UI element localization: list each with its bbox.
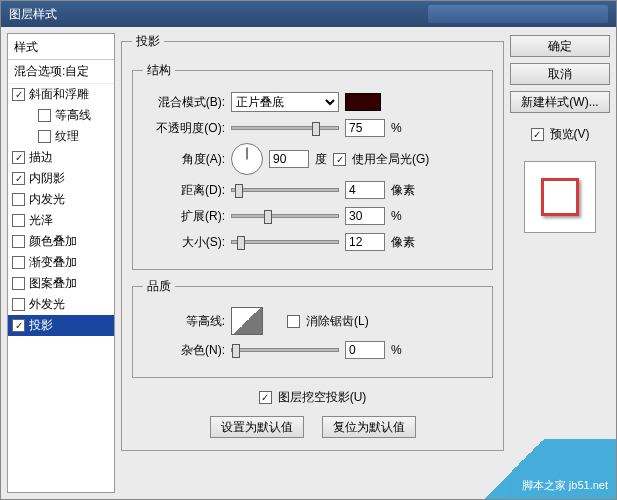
style-checkbox[interactable]: [12, 235, 25, 248]
window-title: 图层样式: [9, 6, 57, 23]
angle-unit: 度: [315, 151, 327, 168]
antialias-label: 消除锯齿(L): [306, 313, 369, 330]
quality-title: 品质: [143, 278, 175, 295]
style-label: 内阴影: [29, 170, 65, 187]
drop-shadow-group: 投影 结构 混合模式(B): 正片叠底 不透明度(O): %: [121, 33, 504, 451]
style-item[interactable]: ✓斜面和浮雕: [8, 84, 114, 105]
structure-group: 结构 混合模式(B): 正片叠底 不透明度(O): %: [132, 62, 493, 270]
style-item[interactable]: 渐变叠加: [8, 252, 114, 273]
style-item[interactable]: 图案叠加: [8, 273, 114, 294]
spread-slider[interactable]: [231, 214, 339, 218]
pixel-unit: 像素: [391, 182, 417, 199]
style-item[interactable]: 纹理: [8, 126, 114, 147]
knockout-checkbox[interactable]: ✓: [259, 391, 272, 404]
style-item[interactable]: 光泽: [8, 210, 114, 231]
distance-input[interactable]: [345, 181, 385, 199]
structure-title: 结构: [143, 62, 175, 79]
new-style-button[interactable]: 新建样式(W)...: [510, 91, 610, 113]
noise-input[interactable]: [345, 341, 385, 359]
style-checkbox[interactable]: [12, 277, 25, 290]
style-checkbox[interactable]: [38, 109, 51, 122]
style-label: 颜色叠加: [29, 233, 77, 250]
style-label: 光泽: [29, 212, 53, 229]
noise-slider[interactable]: [231, 348, 339, 352]
style-item[interactable]: 外发光: [8, 294, 114, 315]
style-checkbox[interactable]: [12, 214, 25, 227]
quality-group: 品质 等高线: 消除锯齿(L) 杂色(N): %: [132, 278, 493, 378]
style-label: 外发光: [29, 296, 65, 313]
shadow-color-swatch[interactable]: [345, 93, 381, 111]
opacity-label: 不透明度(O):: [143, 120, 225, 137]
size-slider[interactable]: [231, 240, 339, 244]
style-checkbox[interactable]: [38, 130, 51, 143]
spread-input[interactable]: [345, 207, 385, 225]
distance-slider[interactable]: [231, 188, 339, 192]
style-item[interactable]: ✓描边: [8, 147, 114, 168]
window-controls[interactable]: [428, 5, 608, 23]
contour-label: 等高线:: [143, 313, 225, 330]
style-label: 描边: [29, 149, 53, 166]
contour-picker[interactable]: [231, 307, 263, 335]
spread-label: 扩展(R):: [143, 208, 225, 225]
style-checkbox[interactable]: ✓: [12, 151, 25, 164]
style-checkbox[interactable]: ✓: [12, 172, 25, 185]
percent-unit: %: [391, 121, 417, 135]
opacity-slider[interactable]: [231, 126, 339, 130]
cancel-button[interactable]: 取消: [510, 63, 610, 85]
preview-swatch: [541, 178, 579, 216]
style-checkbox[interactable]: [12, 193, 25, 206]
style-label: 内发光: [29, 191, 65, 208]
styles-header[interactable]: 样式: [8, 36, 114, 60]
dialog-buttons: 确定 取消 新建样式(W)... ✓ 预览(V): [510, 33, 610, 493]
blend-mode-label: 混合模式(B):: [143, 94, 225, 111]
style-item[interactable]: 颜色叠加: [8, 231, 114, 252]
pixel-unit: 像素: [391, 234, 417, 251]
preview-box: [524, 161, 596, 233]
style-item[interactable]: 内发光: [8, 189, 114, 210]
titlebar: 图层样式: [1, 1, 616, 27]
styles-list: 样式 混合选项:自定 ✓斜面和浮雕等高线纹理✓描边✓内阴影内发光光泽颜色叠加渐变…: [7, 33, 115, 493]
knockout-label: 图层挖空投影(U): [278, 389, 367, 406]
style-label: 图案叠加: [29, 275, 77, 292]
global-light-checkbox[interactable]: ✓: [333, 153, 346, 166]
preview-checkbox[interactable]: ✓: [531, 128, 544, 141]
antialias-checkbox[interactable]: [287, 315, 300, 328]
angle-input[interactable]: [269, 150, 309, 168]
size-label: 大小(S):: [143, 234, 225, 251]
style-checkbox[interactable]: ✓: [12, 88, 25, 101]
blend-options[interactable]: 混合选项:自定: [8, 60, 114, 84]
style-checkbox[interactable]: [12, 256, 25, 269]
style-item[interactable]: ✓投影: [8, 315, 114, 336]
percent-unit: %: [391, 209, 417, 223]
panel-title: 投影: [132, 33, 164, 50]
reset-default-button[interactable]: 复位为默认值: [322, 416, 416, 438]
percent-unit: %: [391, 343, 417, 357]
preview-label: 预览(V): [550, 126, 590, 143]
effect-panel: 投影 结构 混合模式(B): 正片叠底 不透明度(O): %: [121, 33, 504, 493]
size-input[interactable]: [345, 233, 385, 251]
style-label: 斜面和浮雕: [29, 86, 89, 103]
ok-button[interactable]: 确定: [510, 35, 610, 57]
global-light-label: 使用全局光(G): [352, 151, 429, 168]
opacity-input[interactable]: [345, 119, 385, 137]
angle-dial[interactable]: [231, 143, 263, 175]
make-default-button[interactable]: 设置为默认值: [210, 416, 304, 438]
style-checkbox[interactable]: [12, 298, 25, 311]
style-label: 纹理: [55, 128, 79, 145]
style-item[interactable]: ✓内阴影: [8, 168, 114, 189]
noise-label: 杂色(N):: [143, 342, 225, 359]
style-checkbox[interactable]: ✓: [12, 319, 25, 332]
style-label: 等高线: [55, 107, 91, 124]
style-label: 渐变叠加: [29, 254, 77, 271]
style-item[interactable]: 等高线: [8, 105, 114, 126]
blend-mode-select[interactable]: 正片叠底: [231, 92, 339, 112]
style-label: 投影: [29, 317, 53, 334]
distance-label: 距离(D):: [143, 182, 225, 199]
angle-label: 角度(A):: [143, 151, 225, 168]
layer-style-dialog: 图层样式 样式 混合选项:自定 ✓斜面和浮雕等高线纹理✓描边✓内阴影内发光光泽颜…: [0, 0, 617, 500]
